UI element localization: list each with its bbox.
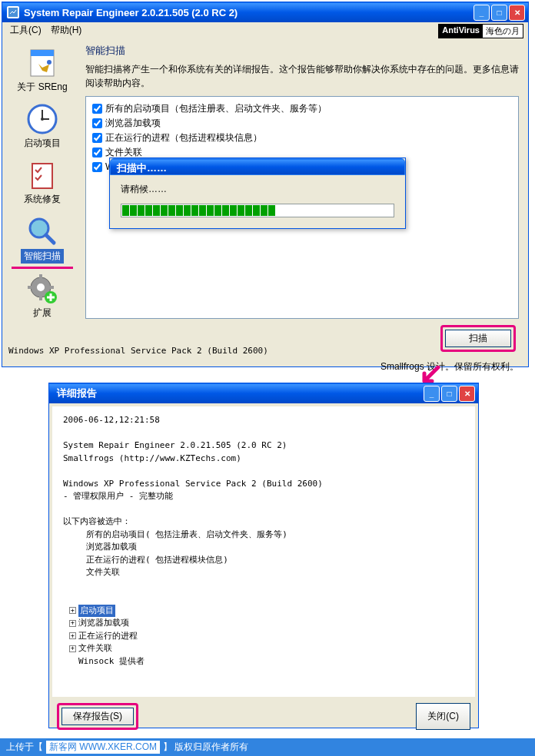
checkbox-fileassoc[interactable]: [92, 148, 102, 158]
watermark-site: 新客网 WWW.XKER.COM: [46, 741, 160, 754]
menu-help[interactable]: 帮助(H): [46, 24, 87, 36]
progress-dialog: 扫描中…… 请稍候……: [109, 158, 406, 229]
svg-rect-8: [32, 164, 52, 188]
scan-button[interactable]: 扫描: [445, 330, 511, 347]
progress-bar: [121, 204, 394, 217]
sidebar-item-repair[interactable]: 系统修复: [12, 156, 73, 209]
report-button-row: 保存报告(S) 关闭(C): [49, 700, 478, 733]
svg-point-7: [41, 118, 44, 121]
report-body[interactable]: 2006-06-12,12:21:58 System Repair Engine…: [52, 406, 475, 697]
report-window-title: 详细报告: [57, 386, 424, 400]
sidebar-repair-label: 系统修复: [24, 193, 61, 206]
panel-title: 智能扫描: [85, 44, 519, 58]
checkbox-startup[interactable]: [92, 104, 102, 114]
tree-expand-icon[interactable]: +: [69, 632, 76, 639]
antivirus-badge: AntiVirus 海色の月: [438, 24, 523, 38]
info-icon: [26, 47, 58, 79]
tree-item-winsock[interactable]: Winsock 提供者: [63, 655, 464, 668]
checklist-icon: [26, 159, 58, 191]
sidebar-startup-label: 启动项目: [24, 137, 61, 150]
svg-point-12: [37, 284, 45, 291]
sidebar-item-startup[interactable]: 启动项目: [12, 100, 73, 153]
main-window: System Repair Engineer 2.0.21.505 (2.0 R…: [2, 2, 529, 367]
save-report-button[interactable]: 保存报告(S): [61, 708, 134, 725]
report-window: 详细报告 _ □ ✕ 2006-06-12,12:21:58 System Re…: [48, 383, 479, 728]
tree-item-fileassoc[interactable]: +文件关联: [63, 642, 464, 655]
close-button[interactable]: ✕: [509, 5, 525, 21]
svg-point-3: [47, 60, 52, 65]
check-row-startup[interactable]: 所有的启动项目（包括注册表、启动文件夹、服务等）: [92, 101, 512, 116]
svg-rect-16: [49, 286, 54, 289]
report-minimize-button[interactable]: _: [424, 386, 440, 402]
minimize-button[interactable]: _: [474, 5, 490, 21]
save-button-highlight: 保存报告(S): [57, 703, 138, 730]
sidebar-extend-label: 扩展: [33, 307, 52, 320]
svg-rect-13: [39, 274, 42, 279]
check-row-process[interactable]: 正在运行的进程（包括进程模块信息）: [92, 131, 512, 145]
sidebar-item-extend[interactable]: 扩展: [12, 270, 73, 323]
svg-rect-15: [28, 286, 32, 289]
menu-tools[interactable]: 工具(C): [5, 24, 46, 36]
progress-wait-text: 请稍候……: [121, 183, 394, 196]
app-icon: [7, 6, 19, 18]
tree-item-browser[interactable]: +浏览器加载项: [63, 617, 464, 630]
check-row-browser[interactable]: 浏览器加载项: [92, 116, 512, 131]
tree-expand-icon[interactable]: +: [69, 607, 76, 614]
options-box: 所有的启动项目（包括注册表、启动文件夹、服务等） 浏览器加载项 正在运行的进程（…: [85, 96, 519, 319]
checkbox-winsock[interactable]: [92, 162, 102, 172]
window-title: System Repair Engineer 2.0.21.505 (2.0 R…: [24, 7, 474, 18]
svg-rect-14: [39, 296, 42, 300]
content-area: 智能扫描 智能扫描将产生一个和你系统有关的详细报告。这个报告能够帮助你解决你系统…: [82, 38, 528, 343]
sidebar: 关于 SREng 启动项目 系统修复 智能扫描: [2, 38, 82, 343]
gear-plus-icon: [26, 273, 58, 305]
watermark: 上传于【 新客网 WWW.XKER.COM 】 版权归原作者所有: [0, 738, 535, 756]
report-maximize-button[interactable]: □: [441, 386, 457, 402]
svg-line-10: [46, 235, 54, 243]
report-close-button[interactable]: ✕: [459, 386, 475, 402]
maximize-button[interactable]: □: [491, 5, 507, 21]
report-titlebar[interactable]: 详细报告 _ □ ✕: [49, 383, 478, 403]
titlebar[interactable]: System Repair Engineer 2.0.21.505 (2.0 R…: [2, 2, 528, 22]
tree-expand-icon[interactable]: +: [69, 620, 76, 627]
clock-icon: [26, 103, 58, 135]
checkbox-browser[interactable]: [92, 118, 102, 128]
copyright-line: Smallfrogs 设计。保留所有权利。: [2, 359, 528, 376]
sidebar-item-scan[interactable]: 智能扫描: [12, 212, 73, 267]
magnifier-icon: [26, 215, 58, 247]
close-report-button[interactable]: 关闭(C): [416, 703, 470, 730]
tree-expand-icon[interactable]: +: [69, 645, 76, 652]
tree-item-startup[interactable]: +启动项目: [63, 605, 464, 618]
scan-button-highlight: 扫描: [440, 325, 516, 352]
panel-description: 智能扫描将产生一个和你系统有关的详细报告。这个报告能够帮助你解决你系统中存在的问…: [85, 62, 519, 90]
sidebar-scan-label: 智能扫描: [21, 249, 64, 264]
tree-item-process[interactable]: +正在运行的进程: [63, 630, 464, 643]
sidebar-about-label: 关于 SREng: [17, 81, 67, 94]
checkbox-process[interactable]: [92, 133, 102, 143]
sidebar-item-about[interactable]: 关于 SREng: [12, 44, 73, 97]
svg-rect-2: [31, 50, 54, 56]
progress-title[interactable]: 扫描中……: [110, 158, 405, 175]
